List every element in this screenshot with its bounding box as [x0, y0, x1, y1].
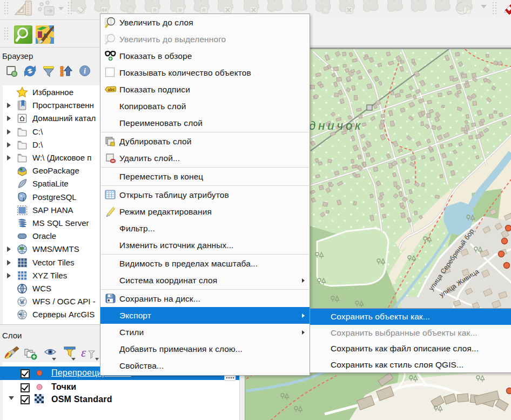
svg-text:дничок: дничок — [309, 119, 364, 132]
svg-text:ε: ε — [81, 345, 86, 359]
svg-text:i: i — [84, 67, 86, 75]
svg-text:abc: abc — [107, 87, 115, 92]
